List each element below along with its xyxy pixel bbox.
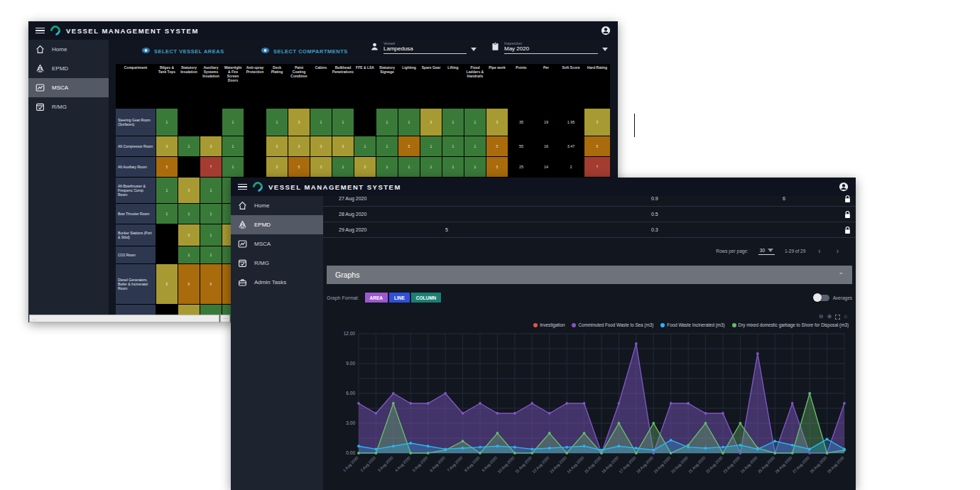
- table-row[interactable]: 29 Aug 202050.3: [323, 222, 856, 238]
- matrix-condition-cell[interactable]: 5: [288, 157, 310, 177]
- data-point[interactable]: [618, 402, 621, 405]
- data-point[interactable]: [739, 444, 742, 447]
- box-select-icon[interactable]: [835, 315, 840, 320]
- data-point[interactable]: [722, 446, 724, 449]
- matrix-condition-cell[interactable]: 3: [332, 136, 354, 156]
- matrix-condition-cell[interactable]: 1: [200, 178, 222, 203]
- period-dropdown[interactable]: Inspection May 2020: [491, 41, 608, 54]
- data-point[interactable]: [635, 452, 638, 454]
- sidebar-item-epmd[interactable]: EPMD: [28, 59, 109, 78]
- data-point[interactable]: [773, 440, 776, 442]
- matrix-condition-cell[interactable]: 5: [156, 264, 178, 304]
- matrix-condition-cell[interactable]: 1: [156, 204, 178, 224]
- matrix-condition-cell[interactable]: 7: [200, 157, 222, 177]
- data-point[interactable]: [513, 452, 516, 454]
- data-point[interactable]: [687, 446, 690, 449]
- reset-home-icon[interactable]: ⌂: [844, 314, 847, 320]
- previous-page-button[interactable]: ‹: [815, 247, 823, 255]
- menu-icon[interactable]: [36, 28, 45, 34]
- matrix-condition-cell[interactable]: 1: [376, 109, 398, 136]
- data-point[interactable]: [565, 402, 568, 405]
- matrix-condition-cell[interactable]: [354, 109, 376, 136]
- data-point[interactable]: [808, 448, 811, 451]
- matrix-condition-cell[interactable]: [178, 109, 200, 136]
- data-point[interactable]: [739, 422, 742, 425]
- data-point[interactable]: [687, 402, 690, 405]
- data-point[interactable]: [756, 448, 759, 451]
- data-point[interactable]: [409, 402, 412, 405]
- zoom-in-icon[interactable]: ⊕: [827, 314, 832, 320]
- table-row[interactable]: 28 Aug 20200.5: [323, 207, 856, 222]
- matrix-condition-cell[interactable]: 1: [222, 109, 244, 136]
- data-point[interactable]: [375, 448, 378, 451]
- data-point[interactable]: [427, 445, 430, 447]
- data-point[interactable]: [618, 422, 621, 425]
- row-lock[interactable]: [827, 210, 856, 219]
- matrix-condition-cell[interactable]: [178, 157, 200, 177]
- legend-item[interactable]: Food Waste Incinerated (m3): [660, 322, 724, 327]
- data-point[interactable]: [704, 447, 707, 450]
- data-point[interactable]: [513, 412, 516, 415]
- row-lock[interactable]: [827, 195, 856, 203]
- data-point[interactable]: [670, 402, 673, 405]
- sidebar-item-msca[interactable]: MSCA: [28, 78, 109, 97]
- data-point[interactable]: [652, 422, 655, 425]
- table-row[interactable]: 27 Aug 20200.96: [323, 191, 856, 207]
- legend-item[interactable]: Investigation: [533, 322, 565, 327]
- data-point[interactable]: [427, 452, 430, 454]
- data-point[interactable]: [409, 452, 412, 454]
- matrix-condition-cell[interactable]: 1: [464, 157, 486, 177]
- data-point[interactable]: [600, 449, 603, 452]
- data-point[interactable]: [808, 452, 811, 454]
- data-point[interactable]: [479, 446, 481, 449]
- matrix-condition-cell[interactable]: 5: [178, 264, 200, 304]
- data-point[interactable]: [530, 448, 533, 451]
- matrix-condition-cell[interactable]: 1: [354, 136, 376, 156]
- matrix-condition-cell[interactable]: 5: [486, 136, 508, 156]
- matrix-condition-cell[interactable]: 3: [310, 136, 332, 156]
- matrix-condition-cell[interactable]: 1: [398, 157, 420, 177]
- matrix-condition-cell[interactable]: 1: [442, 109, 464, 136]
- data-point[interactable]: [583, 402, 586, 405]
- sidebar-item-home[interactable]: Home: [28, 40, 109, 59]
- data-point[interactable]: [392, 445, 395, 447]
- matrix-condition-cell[interactable]: [244, 109, 266, 136]
- format-button-column[interactable]: COLUMN: [411, 293, 442, 303]
- matrix-condition-cell[interactable]: 1: [442, 157, 464, 177]
- matrix-condition-cell[interactable]: 5: [200, 264, 222, 304]
- matrix-condition-cell[interactable]: 3: [420, 109, 442, 136]
- data-point[interactable]: [652, 452, 655, 454]
- data-point[interactable]: [409, 442, 412, 445]
- matrix-condition-cell[interactable]: 1: [332, 157, 354, 177]
- matrix-condition-cell[interactable]: 3: [200, 136, 222, 156]
- matrix-condition-cell[interactable]: [156, 224, 178, 246]
- data-point[interactable]: [462, 447, 464, 450]
- matrix-condition-cell[interactable]: [244, 157, 266, 177]
- matrix-condition-cell[interactable]: 3: [288, 109, 310, 136]
- matrix-condition-cell[interactable]: [156, 246, 178, 263]
- user-avatar-icon[interactable]: [839, 182, 849, 192]
- sidebar-item-epmd[interactable]: EPMD: [231, 215, 323, 234]
- legend-item[interactable]: Dry mixed domestic garbage to Shore for …: [732, 322, 849, 327]
- matrix-condition-cell[interactable]: 1: [156, 178, 178, 203]
- matrix-condition-cell[interactable]: 3: [310, 157, 332, 177]
- data-point[interactable]: [791, 444, 794, 447]
- data-point[interactable]: [583, 432, 586, 435]
- data-point[interactable]: [704, 412, 707, 415]
- format-button-area[interactable]: AREA: [365, 293, 388, 303]
- matrix-condition-cell[interactable]: 1: [464, 136, 486, 156]
- data-point[interactable]: [756, 352, 759, 355]
- matrix-condition-cell[interactable]: 3: [178, 178, 200, 203]
- sidebar-item-admin-tasks[interactable]: Admin Tasks: [231, 273, 323, 292]
- data-point[interactable]: [375, 412, 378, 415]
- matrix-condition-cell[interactable]: [200, 109, 222, 136]
- data-point[interactable]: [565, 452, 568, 454]
- data-point[interactable]: [808, 392, 811, 395]
- sidebar-item-r-mg[interactable]: R/MG: [231, 254, 323, 273]
- matrix-condition-cell[interactable]: 1: [398, 109, 420, 136]
- matrix-condition-cell[interactable]: 1: [200, 204, 222, 224]
- matrix-condition-cell[interactable]: 1: [266, 109, 288, 136]
- matrix-condition-cell[interactable]: 1: [310, 109, 332, 136]
- data-point[interactable]: [548, 432, 551, 435]
- data-point[interactable]: [583, 445, 586, 447]
